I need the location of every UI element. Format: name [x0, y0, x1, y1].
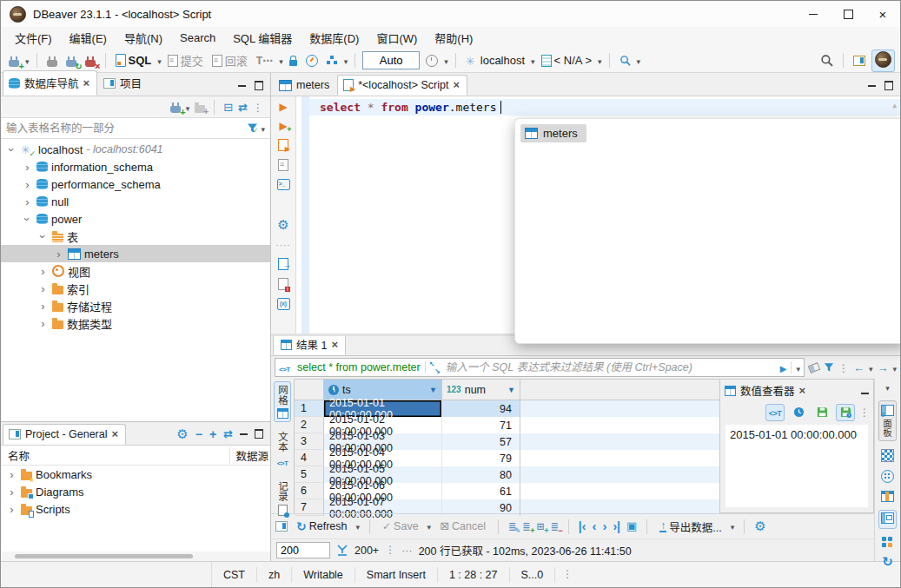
tree-item[interactable]: null: [1, 193, 270, 210]
tree-item[interactable]: power: [1, 210, 270, 228]
execute-new-tab-icon[interactable]: +: [279, 120, 287, 131]
project-item[interactable]: Diagrams: [1, 483, 270, 500]
row-number-cell[interactable]: 3: [295, 433, 324, 450]
bind-parameters-icon[interactable]: [277, 298, 290, 310]
collapse-icon[interactable]: [195, 428, 202, 440]
menu-item[interactable]: Search: [171, 29, 224, 47]
funnel-icon[interactable]: [824, 362, 834, 373]
expander-icon[interactable]: [37, 282, 49, 295]
filter-dropdown[interactable]: [261, 122, 265, 134]
aggregate-panel-icon[interactable]: [881, 470, 894, 483]
expand-filter-icon[interactable]: [430, 363, 440, 373]
view-menu-icon[interactable]: [253, 102, 263, 113]
menu-item[interactable]: 帮助(H): [426, 27, 481, 49]
value-viewer-content[interactable]: 2015-01-01 00:00:00.000: [725, 425, 868, 507]
panel-tab-panels[interactable]: 面板: [878, 400, 897, 441]
num-cell[interactable]: 71: [442, 417, 520, 433]
tree-item[interactable]: 数据类型: [1, 314, 270, 332]
column-sort-dropdown[interactable]: [507, 386, 515, 394]
transaction-dropdown[interactable]: [279, 55, 283, 66]
column-name-header[interactable]: 名称: [1, 447, 30, 464]
tab-localhost-script[interactable]: *<localhost> Script: [337, 75, 467, 96]
minimize-button[interactable]: [796, 1, 831, 27]
num-cell[interactable]: 57: [442, 433, 520, 450]
metadata-panel-icon[interactable]: [881, 449, 894, 462]
save-value-as-button[interactable]: [836, 404, 855, 421]
status-item[interactable]: 1 : 28 : 27: [438, 567, 510, 583]
status-item[interactable]: Writable: [292, 567, 355, 583]
go-to-row-icon[interactable]: [626, 520, 637, 532]
commit-mode-input[interactable]: [362, 51, 420, 69]
fetch-next-icon[interactable]: [336, 545, 348, 556]
scroll-up-arrow[interactable]: [892, 98, 897, 109]
network-button[interactable]: [324, 54, 341, 67]
tree-item[interactable]: information_schema: [1, 158, 270, 175]
row-number-cell[interactable]: 6: [295, 483, 324, 499]
column-datasource-header[interactable]: 数据源: [229, 447, 270, 464]
text-view-button[interactable]: [765, 404, 785, 421]
new-folder-icon[interactable]: [195, 105, 205, 113]
previous-row-icon[interactable]: [592, 519, 596, 533]
tree-item[interactable]: meters: [1, 245, 270, 262]
expand-icon[interactable]: [209, 428, 216, 440]
row-number-cell[interactable]: 5: [295, 466, 324, 483]
tab-project-general[interactable]: Project - General: [3, 424, 126, 445]
menu-item[interactable]: 窗口(W): [368, 27, 426, 49]
connection-dropdown[interactable]: [531, 55, 535, 66]
save-button[interactable]: Save: [380, 519, 421, 534]
transaction-log-button[interactable]: [254, 53, 275, 68]
commit-button[interactable]: 提交: [165, 50, 206, 70]
value-viewer-menu-dots[interactable]: [859, 406, 870, 418]
references-panel-button[interactable]: [878, 510, 897, 529]
panels-dropdown[interactable]: [885, 381, 890, 393]
tab-close-icon[interactable]: [331, 339, 338, 351]
menu-item[interactable]: 导航(N): [116, 27, 171, 49]
edit-cell-icon[interactable]: ≣✎: [508, 521, 516, 532]
column-sort-dropdown[interactable]: [429, 386, 437, 394]
new-connection-button[interactable]: [6, 53, 22, 69]
calc-panel-icon[interactable]: [882, 537, 893, 547]
refresh-button[interactable]: Refresh: [294, 519, 350, 535]
network-dropdown[interactable]: [344, 55, 348, 66]
scrollbar-thumb[interactable]: [15, 554, 193, 558]
link-with-editor-icon[interactable]: [238, 102, 248, 113]
export-data-button[interactable]: 导出数据...: [657, 517, 724, 537]
dbeaver-perspective-button[interactable]: [871, 50, 895, 72]
expander-icon[interactable]: [22, 161, 33, 174]
expander-icon[interactable]: [22, 213, 33, 226]
status-item[interactable]: CST: [212, 567, 257, 583]
presentation-tab[interactable]: 文本: [274, 428, 291, 472]
status-item[interactable]: S...0: [510, 567, 556, 583]
num-cell[interactable]: 79: [442, 450, 520, 466]
grouping-panel-icon[interactable]: [881, 491, 894, 502]
expander-icon[interactable]: [6, 143, 17, 156]
sql-editor-button[interactable]: SQL: [113, 52, 155, 69]
save-value-button[interactable]: [812, 404, 831, 421]
row-number-cell[interactable]: 1: [295, 400, 324, 417]
clear-filter-icon[interactable]: [808, 362, 820, 373]
project-item[interactable]: Scripts: [1, 500, 270, 518]
search-dropdown[interactable]: [637, 55, 641, 66]
disconnect-button[interactable]: [83, 53, 98, 69]
search-metadata-button[interactable]: [617, 53, 633, 68]
menu-item[interactable]: SQL 编辑器: [224, 27, 301, 49]
reconnect-button[interactable]: [63, 53, 79, 69]
filter-history-dropdown[interactable]: [796, 362, 800, 373]
expander-icon[interactable]: [37, 300, 49, 313]
close-button[interactable]: ×: [865, 1, 900, 27]
column-header-num[interactable]: 123 num: [442, 380, 520, 400]
results-settings-icon[interactable]: [754, 519, 765, 533]
tree-item[interactable]: 索引: [1, 280, 270, 297]
execute-script-icon[interactable]: [278, 139, 288, 151]
new-connection-dropdown[interactable]: [25, 55, 30, 66]
datetime-view-button[interactable]: [789, 404, 808, 421]
autocomplete-item[interactable]: meters: [520, 124, 586, 142]
editor-settings-icon[interactable]: [277, 218, 288, 231]
navigator-new-connection-dropdown[interactable]: [186, 102, 190, 113]
expander-icon[interactable]: [6, 468, 17, 481]
rollback-button[interactable]: 回滚: [209, 50, 250, 70]
lock-button[interactable]: [287, 53, 300, 68]
status-item[interactable]: zh: [257, 567, 292, 583]
maximize-panel-icon[interactable]: [255, 81, 263, 90]
tree-item[interactable]: performance_schema: [1, 175, 270, 193]
